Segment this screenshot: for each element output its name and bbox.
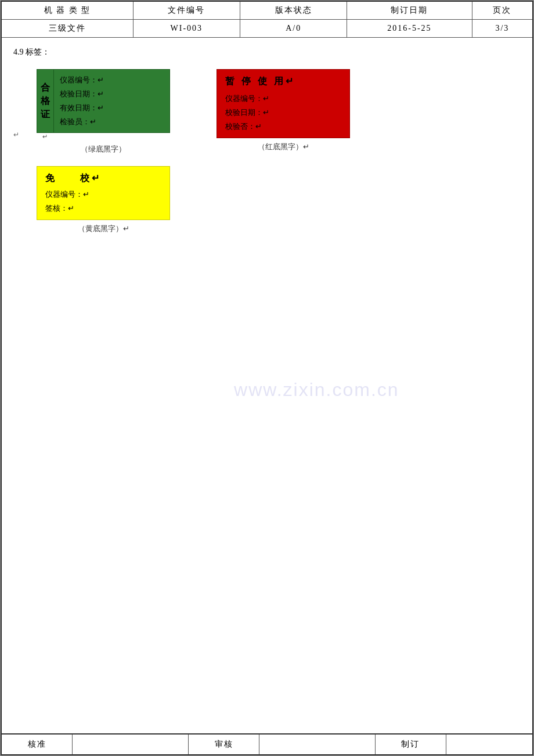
- yellow-label-block: 免 校↵ 仪器编号：↵ 签核：↵ （黄底黑字）↵: [37, 166, 170, 234]
- green-field-1: 仪器编号：↵: [60, 75, 104, 85]
- header-page-value: 3/3: [472, 20, 533, 38]
- header-machine-type-label: 机 器 类 型: [1, 1, 133, 20]
- header-date-label: 制订日期: [347, 1, 472, 20]
- header-table: 机 器 类 型 文件编号 版本状态 制订日期 页次 三级文件 WI-003 A/…: [1, 1, 533, 38]
- green-field-4: 检验员：↵: [60, 117, 104, 127]
- green-field-3: 有效日期：↵: [60, 103, 104, 113]
- green-field-2: 校验日期：↵: [60, 89, 104, 99]
- green-char-1: 合: [41, 82, 50, 94]
- labels-area: 合 格 证 仪器编号：↵ 校验日期：↵ 有效日期：↵ 检验员：↵ ↵ （绿底黑字…: [13, 69, 521, 234]
- green-label-chars: 合 格 证: [37, 70, 54, 132]
- yellow-label: 免 校↵ 仪器编号：↵ 签核：↵: [37, 166, 170, 220]
- labels-row-1: 合 格 证 仪器编号：↵ 校验日期：↵ 有效日期：↵ 检验员：↵ ↵ （绿底黑字…: [37, 69, 521, 154]
- section-title: 4.9 标签：: [13, 47, 521, 57]
- red-field-1: 仪器编号：↵: [225, 93, 341, 104]
- main-content: 4.9 标签： www.zixin.com.cn ↵ 合 格 证 仪: [1, 38, 533, 733]
- red-label: 暂 停 使 用↵ 仪器编号：↵ 校验日期：↵ 校验否：↵: [217, 69, 350, 138]
- header-page-label: 页次: [472, 1, 533, 20]
- footer-approve-label: 核准: [1, 734, 73, 755]
- green-return-arrow: ↵: [37, 133, 170, 141]
- header-machine-type-value: 三级文件: [1, 20, 133, 38]
- header-row-2: 三级文件 WI-003 A/0 2016-5-25 3/3: [1, 20, 533, 38]
- return-arrow-left: ↵: [13, 131, 19, 139]
- footer-table: 核准 审核 制订: [1, 733, 533, 755]
- red-field-2: 校验日期：↵: [225, 107, 341, 118]
- green-caption: （绿底黑字）: [81, 144, 126, 154]
- labels-row-2: 免 校↵ 仪器编号：↵ 签核：↵ （黄底黑字）↵: [37, 166, 521, 234]
- footer-make-label: 制订: [375, 734, 446, 755]
- green-label-block: 合 格 证 仪器编号：↵ 校验日期：↵ 有效日期：↵ 检验员：↵ ↵ （绿底黑字…: [37, 69, 170, 154]
- header-row-1: 机 器 类 型 文件编号 版本状态 制订日期 页次: [1, 1, 533, 20]
- footer-make-value: [446, 734, 533, 755]
- header-version-value: A/0: [240, 20, 347, 38]
- green-label-fields: 仪器编号：↵ 校验日期：↵ 有效日期：↵ 检验员：↵: [54, 70, 110, 132]
- header-date-value: 2016-5-25: [347, 20, 472, 38]
- yellow-label-title: 免 校↵: [45, 172, 161, 185]
- footer-approve-value: [73, 734, 189, 755]
- footer-row: 核准 审核 制订: [1, 734, 533, 755]
- header-doc-number-label: 文件编号: [133, 1, 240, 20]
- green-label: 合 格 证 仪器编号：↵ 校验日期：↵ 有效日期：↵ 检验员：↵: [37, 69, 170, 133]
- green-char-3: 证: [41, 109, 50, 121]
- yellow-caption: （黄底黑字）↵: [78, 224, 129, 234]
- watermark: www.zixin.com.cn: [234, 379, 399, 401]
- yellow-field-1: 仪器编号：↵: [45, 189, 161, 200]
- footer-review-label: 审核: [189, 734, 259, 755]
- page: 机 器 类 型 文件编号 版本状态 制订日期 页次 三级文件 WI-003 A/…: [0, 0, 534, 756]
- green-char-2: 格: [41, 95, 50, 107]
- red-label-block: 暂 停 使 用↵ 仪器编号：↵ 校验日期：↵ 校验否：↵ （红底黑字）↵: [217, 69, 350, 152]
- header-doc-number-value: WI-003: [133, 20, 240, 38]
- yellow-field-2: 签核：↵: [45, 203, 161, 214]
- red-caption: （红底黑字）↵: [258, 142, 309, 152]
- header-version-label: 版本状态: [240, 1, 347, 20]
- footer-review-value: [259, 734, 375, 755]
- red-field-3: 校验否：↵: [225, 121, 341, 132]
- red-label-title: 暂 停 使 用↵: [225, 75, 341, 88]
